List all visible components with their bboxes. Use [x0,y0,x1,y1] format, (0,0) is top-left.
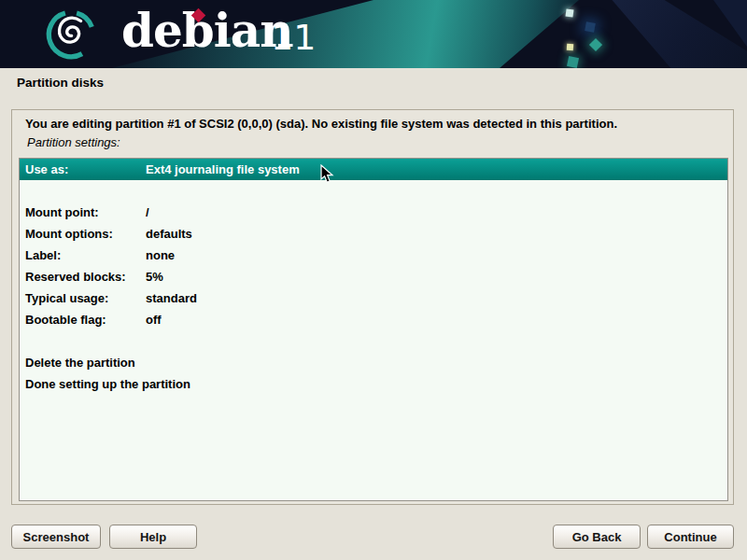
settings-row[interactable]: Reserved blocks: 5% [20,266,727,287]
setting-value: 5% [146,270,163,284]
info-message: You are editing partition #1 of SCSI2 (0… [25,117,617,131]
setting-label: Label: [20,248,146,262]
banner-header: debian 11 [0,0,747,68]
setting-label: Mount options: [20,227,146,241]
brand-version: 11 [271,20,316,55]
settings-row[interactable]: Typical usage: standard [20,287,727,309]
screenshot-button[interactable]: Screenshot [11,525,101,549]
setting-label: Done setting up the partition [20,377,146,391]
deco-square [567,44,573,50]
deco-square [585,21,596,33]
go-back-button[interactable]: Go Back [553,525,641,549]
setting-label: Reserved blocks: [20,270,146,284]
deco-square [565,8,573,17]
settings-row[interactable]: Use as: Ext4 journaling file system [20,159,727,180]
setting-value: standard [146,291,197,305]
page-title: Partition disks [17,76,104,90]
settings-row[interactable]: Done setting up the partition [20,373,727,395]
settings-row[interactable] [20,180,727,202]
setting-value: none [146,248,175,262]
setting-value: / [146,205,149,219]
setting-label: Mount point: [20,205,146,219]
help-button[interactable]: Help [109,525,197,549]
setting-label: Use as: [20,162,146,176]
setting-label: Typical usage: [20,291,146,305]
setting-label: Bootable flag: [20,313,146,327]
settings-row[interactable]: Label: none [20,245,727,266]
settings-list[interactable]: Use as: Ext4 journaling file system Moun… [19,158,728,501]
brand-wordmark: debian [121,7,292,54]
continue-button[interactable]: Continue [647,525,734,549]
setting-value: Ext4 journaling file system [146,162,300,176]
settings-row[interactable] [20,330,727,352]
mouse-cursor [320,164,334,184]
settings-row[interactable]: Bootable flag: off [20,309,727,330]
settings-row[interactable]: Mount options: defaults [20,223,727,245]
setting-value: defaults [146,227,192,241]
section-label: Partition settings: [27,135,120,149]
debian-swirl-icon [34,4,108,65]
setting-value: off [146,313,162,327]
deco-square [589,38,602,51]
deco-square [567,56,579,68]
settings-row[interactable]: Delete the partition [20,352,727,373]
settings-row[interactable]: Mount point: / [20,202,727,223]
question-frame: You are editing partition #1 of SCSI2 (0… [11,109,734,505]
setting-label: Delete the partition [20,356,146,370]
